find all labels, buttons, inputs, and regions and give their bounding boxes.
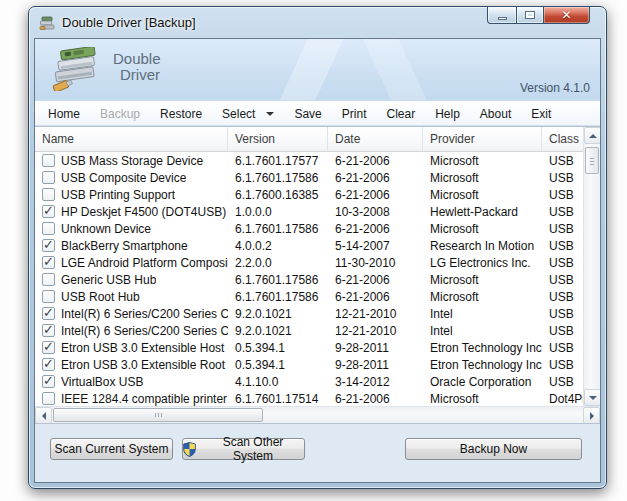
table-row[interactable]: Intel(R) 6 Series/C200 Series Chi...9.2.… bbox=[35, 305, 583, 322]
cell-date: 6-21-2006 bbox=[328, 154, 423, 168]
cell-provider: Microsoft bbox=[423, 171, 542, 185]
backup-now-button[interactable]: Backup Now bbox=[405, 438, 582, 460]
row-checkbox[interactable] bbox=[42, 188, 55, 201]
table-row[interactable]: Etron USB 3.0 Extensible Host Co...0.5.3… bbox=[35, 339, 583, 356]
cell-version: 6.1.7600.16385 bbox=[228, 188, 328, 202]
row-checkbox[interactable] bbox=[42, 256, 55, 269]
cell-date: 12-21-2010 bbox=[328, 307, 423, 321]
horizontal-scrollbar[interactable] bbox=[35, 406, 600, 423]
cell-provider: Microsoft bbox=[423, 154, 542, 168]
table-row[interactable]: LGE Android Platform Composite ...2.2.0.… bbox=[35, 254, 583, 271]
table-row[interactable]: BlackBerry Smartphone4.0.0.25-14-2007Res… bbox=[35, 237, 583, 254]
table-row[interactable]: Generic USB Hub6.1.7601.175866-21-2006Mi… bbox=[35, 271, 583, 288]
row-checkbox[interactable] bbox=[42, 205, 55, 218]
row-checkbox[interactable] bbox=[42, 358, 55, 371]
app-icon bbox=[39, 15, 55, 31]
driver-table: Name Version Date Provider Class USB Mas… bbox=[35, 126, 600, 424]
row-checkbox[interactable] bbox=[42, 290, 55, 303]
cell-device_class: USB bbox=[542, 239, 583, 253]
table-row[interactable]: USB Mass Storage Device6.1.7601.175776-2… bbox=[35, 152, 583, 169]
table-row[interactable]: Etron USB 3.0 Extensible Root Hub0.5.394… bbox=[35, 356, 583, 373]
version-label: Version 4.1.0 bbox=[520, 81, 590, 95]
row-checkbox[interactable] bbox=[42, 375, 55, 388]
cell-date: 10-3-2008 bbox=[328, 205, 423, 219]
column-header-version[interactable]: Version bbox=[228, 127, 328, 151]
menu-item-home[interactable]: Home bbox=[48, 107, 80, 121]
cell-provider: Hewlett-Packard bbox=[423, 205, 542, 219]
row-checkbox[interactable] bbox=[42, 171, 55, 184]
table-row[interactable]: Unknown Device6.1.7601.175866-21-2006Mic… bbox=[35, 220, 583, 237]
cell-version: 0.5.394.1 bbox=[228, 358, 328, 372]
row-checkbox[interactable] bbox=[42, 273, 55, 286]
table-row[interactable]: HP Deskjet F4500 (DOT4USB)1.0.0.010-3-20… bbox=[35, 203, 583, 220]
table-header: Name Version Date Provider Class bbox=[35, 127, 583, 152]
driver-name: Generic USB Hub bbox=[61, 273, 156, 287]
driver-name: LGE Android Platform Composite ... bbox=[61, 256, 228, 270]
row-checkbox[interactable] bbox=[42, 154, 55, 167]
close-button[interactable]: ✕ bbox=[544, 6, 590, 24]
menu-item-help[interactable]: Help bbox=[435, 107, 460, 121]
column-header-date[interactable]: Date bbox=[328, 127, 423, 151]
cell-name: Intel(R) 6 Series/C200 Series Chi... bbox=[35, 307, 228, 321]
arrow-down-icon bbox=[589, 396, 597, 400]
cell-name: Etron USB 3.0 Extensible Root Hub bbox=[35, 358, 228, 372]
column-header-name[interactable]: Name bbox=[35, 127, 228, 151]
table-row[interactable]: VirtualBox USB4.1.10.03-14-2012Oracle Co… bbox=[35, 373, 583, 390]
scan-other-system-button[interactable]: Scan Other System bbox=[182, 438, 305, 460]
menu-item-print[interactable]: Print bbox=[342, 107, 367, 121]
cell-version: 6.1.7601.17586 bbox=[228, 290, 328, 304]
row-checkbox[interactable] bbox=[42, 324, 55, 337]
app-name-line2: Driver bbox=[113, 67, 161, 83]
app-window: Double Driver [Backup] ✕ bbox=[28, 6, 607, 489]
column-header-provider[interactable]: Provider bbox=[423, 127, 542, 151]
row-checkbox[interactable] bbox=[42, 239, 55, 252]
scroll-down-button[interactable] bbox=[584, 389, 600, 406]
menu-item-save[interactable]: Save bbox=[294, 107, 321, 121]
table-row[interactable]: Intel(R) 6 Series/C200 Series Chi...9.2.… bbox=[35, 322, 583, 339]
cell-name: IEEE 1284.4 compatible printer bbox=[35, 392, 228, 406]
menu-item-exit[interactable]: Exit bbox=[531, 107, 551, 121]
cell-version: 1.0.0.0 bbox=[228, 205, 328, 219]
window-title: Double Driver [Backup] bbox=[62, 15, 196, 30]
cell-date: 3-14-2012 bbox=[328, 375, 423, 389]
driver-name: Intel(R) 6 Series/C200 Series Chi... bbox=[61, 307, 228, 321]
cell-device_class: USB bbox=[542, 205, 583, 219]
menu-item-clear[interactable]: Clear bbox=[386, 107, 415, 121]
table-row[interactable]: IEEE 1284.4 compatible printer6.1.7601.1… bbox=[35, 390, 583, 406]
horizontal-scroll-thumb[interactable] bbox=[53, 408, 263, 422]
vertical-scroll-thumb[interactable] bbox=[585, 147, 599, 174]
column-header-class[interactable]: Class bbox=[542, 127, 583, 151]
cell-date: 12-21-2010 bbox=[328, 324, 423, 338]
cell-date: 9-28-2011 bbox=[328, 341, 423, 355]
cell-provider: Etron Technology Inc. bbox=[423, 358, 542, 372]
scroll-right-button[interactable] bbox=[583, 407, 600, 424]
cell-date: 6-21-2006 bbox=[328, 222, 423, 236]
arrow-right-icon bbox=[590, 412, 594, 420]
row-checkbox[interactable] bbox=[42, 341, 55, 354]
scan-current-system-button[interactable]: Scan Current System bbox=[50, 438, 173, 460]
thumb-grip bbox=[158, 413, 159, 417]
chevron-down-icon bbox=[266, 112, 274, 116]
scroll-left-button[interactable] bbox=[35, 407, 52, 424]
vertical-scrollbar[interactable] bbox=[583, 127, 600, 406]
row-checkbox[interactable] bbox=[42, 222, 55, 235]
minimize-button[interactable] bbox=[487, 6, 516, 24]
table-row[interactable]: USB Composite Device6.1.7601.175866-21-2… bbox=[35, 169, 583, 186]
row-checkbox[interactable] bbox=[42, 392, 55, 405]
title-bar[interactable]: Double Driver [Backup] ✕ bbox=[29, 7, 606, 38]
arrow-up-icon bbox=[589, 134, 597, 138]
scroll-up-button[interactable] bbox=[584, 127, 600, 144]
menu-item-about[interactable]: About bbox=[480, 107, 511, 121]
cell-device_class: USB bbox=[542, 256, 583, 270]
cell-date: 6-21-2006 bbox=[328, 392, 423, 406]
cell-version: 4.0.0.2 bbox=[228, 239, 328, 253]
row-checkbox[interactable] bbox=[42, 307, 55, 320]
table-row[interactable]: USB Printing Support6.1.7600.163856-21-2… bbox=[35, 186, 583, 203]
table-row[interactable]: USB Root Hub6.1.7601.175866-21-2006Micro… bbox=[35, 288, 583, 305]
menu-item-select[interactable]: Select bbox=[222, 107, 274, 121]
maximize-button[interactable] bbox=[516, 6, 544, 24]
cell-device_class: USB bbox=[542, 290, 583, 304]
menu-item-restore[interactable]: Restore bbox=[160, 107, 202, 121]
cell-version: 4.1.10.0 bbox=[228, 375, 328, 389]
cell-date: 6-21-2006 bbox=[328, 188, 423, 202]
